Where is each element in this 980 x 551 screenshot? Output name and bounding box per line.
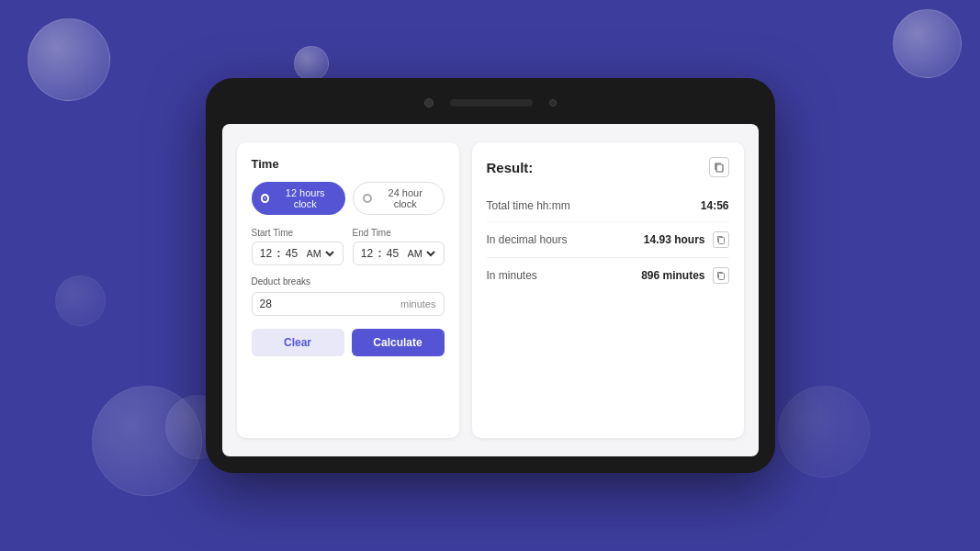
end-hours-value: 12	[359, 247, 376, 260]
copy-all-button[interactable]	[709, 157, 729, 177]
time-row: Start Time 12 : 45 AM PM End Time 12	[252, 228, 445, 265]
time-calculator-panel: Time 12 hours clock 24 hour clock Start …	[237, 142, 459, 438]
decimal-hours-label: In decimal hours	[487, 233, 568, 246]
result-panel: Result: Total time hh:mm 14:56 In decima…	[472, 142, 744, 438]
deduct-breaks-input-wrap: minutes	[252, 292, 445, 316]
start-ampm-select[interactable]: AM PM	[303, 247, 337, 260]
radio-24h-icon	[363, 194, 372, 203]
svg-rect-0	[716, 164, 723, 172]
start-time-group: Start Time 12 : 45 AM PM	[252, 228, 344, 265]
deduct-unit-label: minutes	[400, 298, 436, 309]
minutes-row: In minutes 896 minutes	[487, 258, 729, 293]
start-time-input[interactable]: 12 : 45 AM PM	[252, 242, 344, 265]
end-minutes-value: 45	[385, 247, 401, 260]
clock-24h-label: 24 hour clock	[377, 187, 434, 209]
copy-decimal-button[interactable]	[713, 231, 729, 248]
clock-options: 12 hours clock 24 hour clock	[252, 182, 445, 215]
camera-left	[424, 98, 434, 107]
end-time-label: End Time	[353, 228, 445, 238]
decorative-bubble-3	[893, 9, 962, 78]
copy-minutes-button[interactable]	[713, 267, 729, 284]
end-time-input[interactable]: 12 : 45 AM PM	[353, 242, 445, 265]
section-title: Time	[252, 157, 445, 171]
end-time-group: End Time 12 : 45 AM PM	[353, 228, 445, 265]
start-time-separator: :	[277, 247, 281, 260]
radio-12h-icon	[261, 194, 270, 203]
camera-right	[549, 99, 557, 107]
calculate-button[interactable]: Calculate	[352, 329, 445, 356]
clock-12h-button[interactable]: 12 hours clock	[252, 182, 346, 215]
tablet-top-bar	[222, 89, 759, 117]
decorative-bubble-7	[55, 276, 106, 326]
total-time-row: Total time hh:mm 14:56	[487, 190, 729, 222]
tablet-device: Time 12 hours clock 24 hour clock Start …	[206, 78, 775, 473]
start-hours-value: 12	[258, 247, 275, 260]
result-header: Result:	[487, 157, 729, 177]
svg-rect-2	[718, 274, 724, 280]
decimal-hours-row: In decimal hours 14.93 hours	[487, 222, 729, 258]
clock-24h-button[interactable]: 24 hour clock	[353, 182, 444, 215]
decimal-hours-value: 14.93 hours	[644, 233, 705, 246]
minutes-label: In minutes	[487, 269, 537, 282]
total-time-value: 14:56	[701, 199, 729, 212]
end-time-separator: :	[378, 247, 382, 260]
decorative-bubble-6	[778, 386, 870, 478]
minutes-value: 896 minutes	[641, 269, 704, 282]
tablet-screen: Time 12 hours clock 24 hour clock Start …	[222, 124, 759, 456]
clock-12h-label: 12 hours clock	[274, 187, 336, 209]
clear-button[interactable]: Clear	[252, 329, 344, 356]
deduct-breaks-label: Deduct breaks	[252, 276, 445, 287]
action-buttons: Clear Calculate	[252, 329, 445, 356]
end-ampm-select[interactable]: AM PM	[404, 247, 438, 260]
start-minutes-value: 45	[284, 247, 300, 260]
deduct-breaks-input[interactable]	[260, 298, 400, 310]
decorative-bubble-1	[28, 18, 110, 101]
total-time-label: Total time hh:mm	[487, 199, 570, 212]
minutes-right: 896 minutes	[641, 267, 728, 284]
svg-rect-1	[718, 238, 724, 244]
speaker	[450, 99, 533, 107]
decorative-bubble-2	[294, 46, 329, 81]
start-time-label: Start Time	[252, 228, 344, 238]
total-time-right: 14:56	[701, 199, 729, 212]
result-title: Result:	[487, 160, 534, 175]
decimal-hours-right: 14.93 hours	[644, 231, 729, 248]
